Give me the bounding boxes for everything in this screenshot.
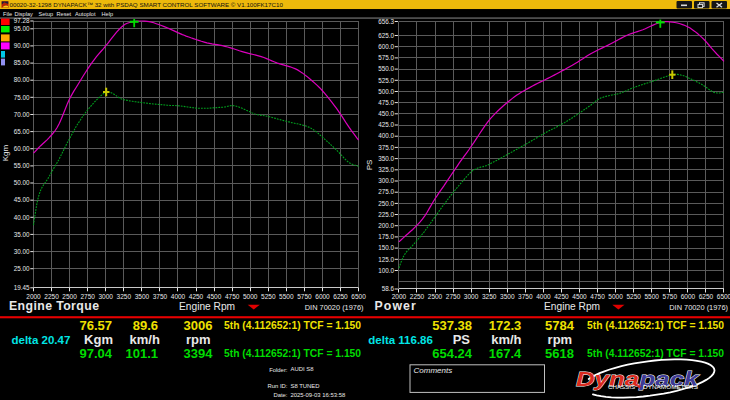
svg-text:2025-09-03 16:53:58: 2025-09-03 16:53:58 [291, 392, 346, 398]
svg-text:5500: 5500 [279, 293, 294, 300]
svg-text:101.1: 101.1 [125, 346, 158, 361]
svg-text:Display: Display [15, 11, 34, 17]
svg-text:4250: 4250 [554, 293, 569, 300]
svg-text:5750: 5750 [663, 293, 678, 300]
svg-text:Power: Power [375, 299, 417, 313]
svg-text:30.00: 30.00 [14, 248, 30, 255]
svg-text:5250: 5250 [261, 293, 276, 300]
svg-text:656.3: 656.3 [378, 18, 394, 25]
svg-text:6000: 6000 [681, 293, 696, 300]
svg-text:Engine Rpm: Engine Rpm [179, 301, 235, 312]
svg-text:50.00: 50.00 [14, 179, 30, 186]
svg-text:350.0: 350.0 [378, 155, 394, 162]
svg-text:3750: 3750 [153, 293, 168, 300]
svg-text:3000: 3000 [464, 293, 479, 300]
svg-text:Setup: Setup [39, 11, 54, 17]
svg-text:6250: 6250 [333, 293, 348, 300]
svg-text:2750: 2750 [446, 293, 461, 300]
svg-text:2500: 2500 [428, 293, 443, 300]
svg-text:km/h: km/h [491, 332, 521, 347]
svg-text:225.0: 225.0 [378, 211, 394, 218]
svg-text:4250: 4250 [189, 293, 204, 300]
svg-text:Engine Rpm: Engine Rpm [544, 301, 600, 312]
svg-text:40.00: 40.00 [14, 214, 30, 221]
svg-text:5000: 5000 [608, 293, 623, 300]
svg-text:25.00: 25.00 [14, 265, 30, 272]
svg-text:70.00: 70.00 [14, 111, 30, 118]
svg-text:5750: 5750 [297, 293, 312, 300]
svg-text:3006: 3006 [184, 318, 213, 333]
svg-text:75.00: 75.00 [14, 94, 30, 101]
svg-text:5th (4.112652:1) TCF = 1.150: 5th (4.112652:1) TCF = 1.150 [224, 348, 361, 359]
svg-text:5th (4.112652:1) TCF = 1.150: 5th (4.112652:1) TCF = 1.150 [587, 320, 724, 331]
svg-text:Comments: Comments [414, 366, 453, 375]
svg-text:537.38: 537.38 [432, 318, 472, 333]
svg-text:Folder:: Folder: [269, 367, 288, 373]
svg-text:Autoplot: Autoplot [75, 11, 96, 17]
svg-text:375.0: 375.0 [378, 144, 394, 151]
svg-text:500.0: 500.0 [378, 88, 394, 95]
svg-text:Date:: Date: [273, 392, 287, 398]
svg-text:300.0: 300.0 [378, 177, 394, 184]
svg-text:475.0: 475.0 [378, 99, 394, 106]
svg-text:125.0: 125.0 [378, 256, 394, 263]
svg-text:58.6: 58.6 [382, 285, 395, 292]
svg-text:150.0: 150.0 [378, 244, 394, 251]
svg-text:3250: 3250 [117, 293, 132, 300]
svg-text:625.0: 625.0 [378, 32, 394, 39]
svg-text:4750: 4750 [225, 293, 240, 300]
svg-text:DIN 70020 (1976): DIN 70020 (1976) [305, 303, 364, 312]
svg-text:80.00: 80.00 [14, 76, 30, 83]
svg-text:76.57: 76.57 [79, 318, 112, 333]
svg-text:delta 20.47: delta 20.47 [12, 334, 71, 346]
svg-text:AUDI S8: AUDI S8 [291, 366, 315, 372]
svg-text:45.00: 45.00 [14, 196, 30, 203]
svg-text:450.0: 450.0 [378, 110, 394, 117]
svg-text:CHASSIS: CHASSIS [608, 384, 636, 390]
svg-text:19.45: 19.45 [14, 284, 30, 291]
svg-text:575.0: 575.0 [378, 54, 394, 61]
svg-text:97.04: 97.04 [79, 346, 112, 361]
svg-text:400.0: 400.0 [378, 132, 394, 139]
svg-text:172.3: 172.3 [489, 318, 522, 333]
svg-text:3394: 3394 [184, 346, 214, 361]
svg-text:89.6: 89.6 [133, 318, 158, 333]
svg-text:275.0: 275.0 [378, 188, 394, 195]
svg-text:5000: 5000 [243, 293, 258, 300]
svg-text:5th (4.112652:1) TCF = 1.150: 5th (4.112652:1) TCF = 1.150 [224, 320, 361, 331]
svg-text:S8 TUNED: S8 TUNED [291, 383, 320, 389]
svg-text:5618: 5618 [545, 346, 574, 361]
svg-text:4000: 4000 [171, 293, 186, 300]
svg-text:525.0: 525.0 [378, 77, 394, 84]
svg-text:DYNAMOMETERS: DYNAMOMETERS [643, 384, 699, 390]
svg-text:175.0: 175.0 [378, 233, 394, 240]
svg-text:4500: 4500 [207, 293, 222, 300]
svg-text:5500: 5500 [644, 293, 659, 300]
svg-text:3500: 3500 [135, 293, 150, 300]
svg-text:200.0: 200.0 [378, 222, 394, 229]
svg-text:600.0: 600.0 [378, 43, 394, 50]
svg-text:95.00: 95.00 [14, 25, 30, 32]
svg-text:6500: 6500 [717, 293, 730, 300]
svg-text:4000: 4000 [536, 293, 551, 300]
svg-text:4750: 4750 [590, 293, 605, 300]
svg-text:325.0: 325.0 [378, 166, 394, 173]
svg-text:Kgm: Kgm [1, 144, 10, 161]
svg-text:3500: 3500 [500, 293, 515, 300]
svg-text:97.28: 97.28 [14, 17, 30, 24]
svg-text:35.00: 35.00 [14, 231, 30, 238]
svg-text:6500: 6500 [351, 293, 366, 300]
svg-text:425.0: 425.0 [378, 121, 394, 128]
svg-text:654.24: 654.24 [432, 346, 473, 361]
svg-text:Run ID:: Run ID: [268, 383, 288, 389]
svg-text:rpm: rpm [548, 332, 573, 347]
svg-text:3750: 3750 [518, 293, 533, 300]
svg-text:Kgm: Kgm [84, 332, 113, 347]
svg-text:90.00: 90.00 [14, 42, 30, 49]
svg-text:250.0: 250.0 [378, 200, 394, 207]
svg-text:3250: 3250 [482, 293, 497, 300]
svg-text:55.00: 55.00 [14, 162, 30, 169]
svg-text:File: File [3, 11, 12, 17]
svg-text:Engine Torque: Engine Torque [9, 299, 99, 313]
svg-text:5th (4.112652:1) TCF = 1.150: 5th (4.112652:1) TCF = 1.150 [587, 348, 724, 359]
